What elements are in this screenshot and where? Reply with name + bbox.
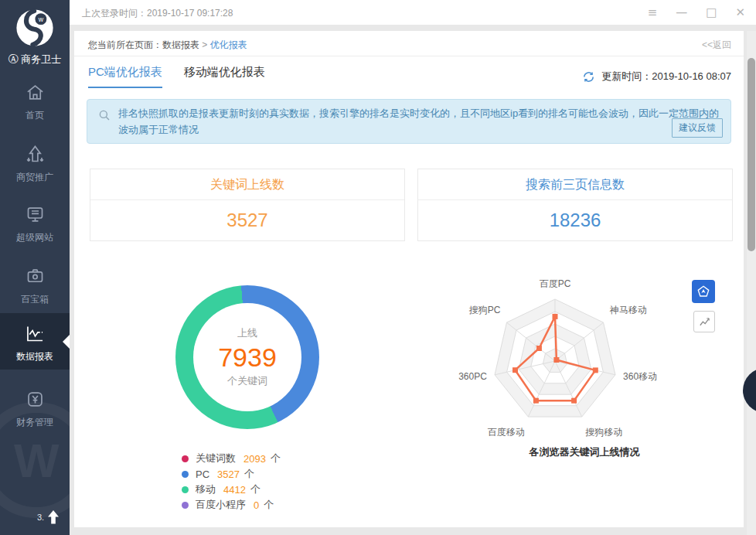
finance-yen-icon [25, 389, 46, 410]
sidebar-item-promotion[interactable]: 商贸推广 [0, 144, 70, 184]
brand-logo-icon: w [13, 6, 56, 49]
tab-mobile-report[interactable]: 移动端优化报表 [184, 65, 265, 88]
window-controls: ≡ — □ ✕ [648, 3, 745, 22]
close-icon[interactable]: ✕ [735, 3, 745, 22]
back-link[interactable]: <<返回 [702, 39, 731, 52]
titlebar: 上次登录时间：2019-10-17 09:17:28 ≡ — □ ✕ [70, 0, 756, 25]
chart-report-icon [25, 323, 46, 344]
up-arrow-icon [47, 510, 60, 524]
sidebar-item-data-report[interactable]: 数据报表 [0, 313, 70, 370]
sidebar-item-toolbox[interactable]: 百宝箱 [0, 266, 70, 306]
breadcrumb-current[interactable]: 优化报表 [210, 39, 247, 50]
app-window: 上次登录时间：2019-10-17 09:17:28 ≡ — □ ✕ W w Ⓐ… [0, 0, 756, 535]
radar-caption: 各浏览器关键词上线情况 [445, 445, 724, 459]
radar-view-button[interactable] [692, 280, 715, 303]
donut-center: 上线 7939 个关键词 [193, 303, 301, 411]
donut-chart: 上线 7939 个关键词 [175, 285, 319, 429]
sidebar-item-finance[interactable]: 财务管理 [0, 389, 70, 429]
scrollbar-thumb[interactable] [747, 58, 755, 251]
line-chart-icon [698, 315, 711, 329]
legend-item-keywords[interactable]: 关键词数 2093 个 [182, 451, 281, 466]
sidebar-item-label: 数据报表 [0, 350, 70, 363]
svg-text:360移动: 360移动 [623, 371, 657, 382]
update-time-text: 更新时间：2019-10-16 08:07 [601, 70, 731, 83]
svg-text:360PC: 360PC [458, 371, 487, 382]
stat-card-value: 3527 [90, 200, 404, 240]
main-panel: 您当前所在页面：数据报表 > 优化报表 <<返回 PC端优化报表 移动端优化报表… [74, 31, 744, 527]
active-item-caret [63, 335, 70, 349]
minimize-icon[interactable]: — [676, 3, 687, 22]
line-view-button[interactable] [693, 311, 715, 332]
breadcrumb: 您当前所在页面：数据报表 > 优化报表 [88, 39, 247, 52]
home-icon [25, 82, 46, 103]
menu-icon[interactable]: ≡ [648, 3, 658, 22]
maximize-icon[interactable]: □ [706, 3, 717, 22]
radar-pentagon-icon [696, 285, 710, 298]
sidebar-item-label: 超级网站 [0, 231, 70, 244]
breadcrumb-section: 数据报表 [162, 39, 199, 50]
donut-center-bottom-label: 个关键词 [227, 374, 267, 388]
notice-text: 排名快照抓取的是报表更新时刻的真实数据，搜索引擎的排名是实时变化的，且不同地区i… [118, 105, 727, 138]
svg-text:百度PC: 百度PC [540, 280, 571, 289]
tab-pc-report[interactable]: PC端优化报表 [88, 65, 162, 88]
svg-text:w: w [38, 15, 44, 23]
donut-legend: 关键词数 2093 个 PC 3527 个 移动 4412 个 百度小程序 0 … [182, 451, 281, 513]
donut-center-top-label: 上线 [237, 326, 257, 340]
legend-dot [182, 455, 189, 462]
update-time-row: 更新时间：2019-10-16 08:07 [582, 70, 731, 83]
notice-banner: 排名快照抓取的是报表更新时刻的真实数据，搜索引擎的排名是实时变化的，且不同地区i… [87, 99, 731, 144]
svg-text:百度移动: 百度移动 [488, 427, 525, 438]
sidebar-item-label: 首页 [0, 109, 70, 122]
svg-text:神马移动: 神马移动 [609, 305, 647, 315]
brand-badge-icon: Ⓐ [9, 53, 19, 65]
qr-code-bubble[interactable] [743, 368, 756, 413]
search-icon [97, 108, 111, 122]
sidebar-bottom-text: 3. [37, 513, 44, 522]
legend-dot [182, 502, 189, 509]
breadcrumb-separator: > [202, 39, 207, 50]
svg-text:搜狗PC: 搜狗PC [469, 305, 501, 315]
sidebar: W w Ⓐ 商务卫士 首页 商贸推广 超级网站 [0, 0, 70, 535]
feedback-button[interactable]: 建议反馈 [672, 118, 723, 138]
refresh-icon[interactable] [582, 70, 595, 83]
back-to-top[interactable]: 3. [37, 510, 60, 524]
report-tabs: PC端优化报表 移动端优化报表 [88, 65, 265, 88]
last-login-text: 上次登录时间：2019-10-17 09:17:28 [82, 7, 233, 20]
legend-item-pc[interactable]: PC 3527 个 [182, 466, 281, 482]
stat-card-value: 18236 [418, 200, 732, 240]
legend-item-mobile[interactable]: 移动 4412 个 [182, 482, 281, 497]
brand-name: Ⓐ 商务卫士 [0, 53, 70, 66]
legend-dot [182, 471, 189, 478]
donut-center-value: 7939 [218, 342, 277, 373]
stat-card-title: 搜索前三页信息数 [418, 169, 732, 200]
sidebar-item-home[interactable]: 首页 [0, 82, 70, 122]
stat-card-top3-info: 搜索前三页信息数 18236 [417, 169, 733, 241]
watermark-letter: W [14, 433, 60, 488]
legend-dot [182, 486, 189, 493]
breadcrumb-prefix: 您当前所在页面： [88, 39, 162, 50]
stat-card-title: 关键词上线数 [90, 169, 404, 200]
radar-chart: 百度PC神马移动360移动搜狗移动百度移动360PC搜狗PC [433, 280, 680, 446]
divider [74, 56, 744, 56]
monitor-icon [25, 204, 46, 225]
promotion-arrows-icon [25, 144, 46, 165]
sidebar-item-label: 商贸推广 [0, 171, 70, 184]
stat-card-keywords-online: 关键词上线数 3527 [90, 169, 405, 241]
sidebar-item-label: 百宝箱 [0, 293, 70, 306]
sidebar-item-website[interactable]: 超级网站 [0, 204, 70, 244]
svg-text:搜狗移动: 搜狗移动 [585, 427, 622, 438]
sidebar-item-label: 财务管理 [0, 416, 70, 429]
toolbox-icon [25, 266, 46, 287]
legend-item-miniprogram[interactable]: 百度小程序 0 个 [182, 497, 281, 513]
